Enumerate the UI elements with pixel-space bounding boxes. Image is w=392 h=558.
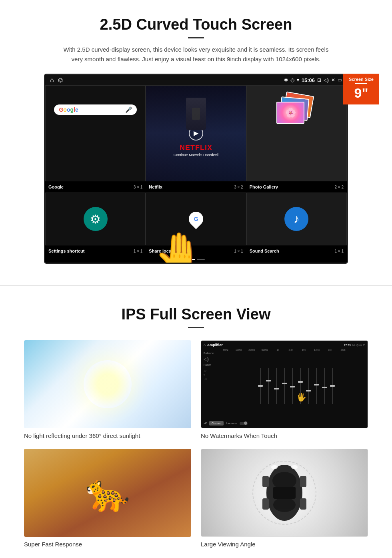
section-ips: IPS Full Screen View No light reflecting… (0, 294, 392, 558)
music-icon-circle: ♪ (284, 207, 308, 231)
eq-svg: 🖐 (220, 366, 365, 406)
mic-icon: 🎤 (125, 106, 132, 113)
battery-icon: ▭ (338, 77, 342, 83)
device-mockup: Screen Size 9" ⌂ ⌬ ✱ ◎ ▾ 15:06 ⊡ ◁) ✕ ▭ (44, 74, 348, 264)
label-sound: Sound Search 1 × 1 (246, 247, 347, 255)
label-share: Share location 1 × 1 (146, 247, 246, 255)
app-cell-settings[interactable]: ⚙ (45, 193, 146, 245)
feature-label-car: Large Viewing Angle (201, 541, 368, 548)
usb-icon: ⌬ (58, 77, 63, 83)
netflix-logo: NETFLIX (180, 144, 212, 152)
amp-scale: 10 0 -10 (204, 369, 217, 380)
svg-rect-16 (306, 390, 311, 391)
feature-label-sunlight: No light reflecting under 360° direct su… (24, 432, 191, 439)
label-settings: Settings shortcut 1 × 1 (45, 247, 146, 255)
bluetooth-icon: ✱ (284, 77, 288, 83)
toggle-knob (244, 422, 247, 425)
netflix-content: ▶ NETFLIX Continue Marvel's Daredevil (146, 86, 246, 181)
camera-icon: ⊡ (317, 77, 321, 83)
home-icon: ⌂ (50, 76, 54, 84)
netflix-size: 3 × 2 (234, 185, 243, 189)
app-labels-row2: Settings shortcut 1 × 1 Share location 1… (45, 245, 347, 257)
label-gallery: Photo Gallery 2 × 2 (246, 183, 347, 191)
app-cell-share-location[interactable]: G 🤚 (146, 193, 246, 245)
amp-time: 17:33 (344, 344, 351, 347)
status-time: 15:06 (302, 77, 315, 83)
badge-divider (355, 83, 367, 84)
app-grid-row1: Google 🎤 ▶ (45, 85, 347, 181)
status-bar: ⌂ ⌬ ✱ ◎ ▾ 15:06 ⊡ ◁) ✕ ▭ (45, 75, 347, 85)
status-icons-right: ✱ ◎ ▾ 15:06 ⊡ ◁) ✕ ▭ (284, 77, 342, 83)
app-cell-gallery[interactable]: 🌸 (246, 85, 347, 181)
google-logo: Google (59, 106, 78, 113)
share-label: Share location (149, 249, 179, 253)
features-grid: No light reflecting under 360° direct su… (24, 340, 368, 548)
eq-sliders: 🖐 (220, 352, 365, 420)
label-google: Google 3 × 1 (45, 183, 146, 191)
car-circle (252, 461, 316, 525)
map-pin-icon: G (186, 209, 206, 229)
app-labels-row1: Google 3 × 1 Netflix 3 × 2 Photo Gallery… (45, 181, 347, 193)
feature-car: Large Viewing Angle (201, 449, 368, 548)
google-search-bar[interactable]: Google 🎤 (54, 104, 136, 115)
home-icon-small: ⌂ (204, 343, 206, 347)
figure-silhouette (192, 108, 200, 120)
photo-card-1: 🌸 (276, 102, 304, 124)
google-label: Google (48, 185, 64, 189)
amp-screen: ⌂ Amplifier 17:33 ⊡ ◁) ▭ ↩ 60hz 100hz 20… (201, 341, 368, 428)
svg-rect-10 (258, 385, 263, 387)
svg-text:🖐: 🖐 (296, 392, 306, 402)
feature-sunlight: No light reflecting under 360° direct su… (24, 340, 191, 439)
svg-rect-17 (314, 384, 319, 385)
section2-divider (188, 327, 204, 328)
volume-icon: ◁) (324, 77, 329, 83)
sun-glow (84, 360, 132, 408)
svg-rect-12 (274, 388, 279, 389)
indicator-inactive (197, 259, 205, 260)
settings-label: Settings shortcut (48, 249, 84, 253)
cheetah-emoji: 🐆 (85, 472, 130, 514)
netflix-poster (186, 98, 206, 130)
section2-title: IPS Full Screen View (24, 306, 368, 323)
car-bg (201, 449, 368, 536)
device-screen: ⌂ ⌬ ✱ ◎ ▾ 15:06 ⊡ ◁) ✕ ▭ (44, 74, 348, 264)
amp-icons: ⊡ ◁) ▭ ↩ (352, 343, 365, 347)
gear-icon: ⚙ (90, 212, 101, 226)
feature-img-car (201, 449, 368, 537)
gallery-label: Photo Gallery (250, 185, 278, 189)
amp-title: Amplifier (207, 343, 223, 347)
netflix-label: Netflix (149, 185, 162, 189)
signal-icon: ▾ (297, 77, 299, 83)
svg-rect-15 (298, 381, 303, 383)
app-grid-row2: ⚙ G 🤚 (45, 193, 347, 245)
music-note-icon: ♪ (294, 212, 300, 226)
amp-left-labels: Balance ◁) Fader 10 0 -10 (204, 352, 219, 420)
title-divider (188, 37, 204, 38)
feature-cheetah: 🐆 Super Fast Response (24, 449, 191, 548)
share-size: 1 × 1 (234, 249, 243, 253)
photo-stack: 🌸 (280, 94, 312, 126)
amp-bottom: ≪ Custom loudness (204, 421, 365, 426)
badge-size: 9" (346, 86, 377, 100)
screen-size-badge: Screen Size 9" (343, 74, 379, 104)
amp-custom-btn[interactable]: Custom (209, 421, 224, 426)
netflix-subtitle: Continue Marvel's Daredevil (174, 153, 218, 157)
svg-rect-18 (322, 387, 327, 388)
app-cell-sound-search[interactable]: ♪ (246, 193, 347, 245)
settings-icon-wrap: ⚙ (84, 207, 108, 231)
section1-title: 2.5D Curved Touch Screen (24, 16, 368, 33)
badge-label: Screen Size (346, 77, 377, 82)
app-cell-netflix[interactable]: ▶ NETFLIX Continue Marvel's Daredevil (146, 85, 246, 181)
page-indicators (45, 257, 347, 263)
freq-labels: 60hz 100hz 200hz 500hz 1k 2.5k 10k 12.5k… (204, 349, 365, 352)
amp-toggle[interactable] (240, 422, 248, 425)
sound-size: 1 × 1 (334, 249, 344, 253)
label-netflix: Netflix 3 × 2 (146, 183, 246, 191)
section1-description: With 2.5D curved-display screen, this de… (60, 45, 332, 64)
amp-main: Balance ◁) Fader 10 0 -10 (204, 352, 365, 420)
sound-label: Sound Search (250, 249, 279, 253)
app-cell-google[interactable]: Google 🎤 (45, 85, 146, 181)
feature-img-cheetah: 🐆 (24, 449, 191, 537)
google-size: 3 × 1 (134, 185, 143, 189)
feature-label-cheetah: Super Fast Response (24, 541, 191, 548)
